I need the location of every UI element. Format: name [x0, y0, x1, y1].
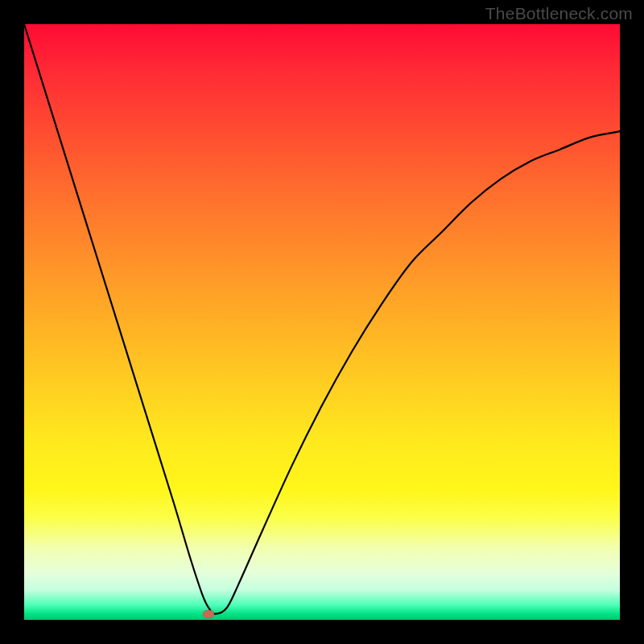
optimal-point-marker	[203, 610, 214, 618]
plot-area	[24, 24, 620, 620]
watermark-text: TheBottleneck.com	[485, 4, 633, 23]
bottleneck-curve	[24, 24, 620, 620]
chart-frame: TheBottleneck.com	[0, 0, 644, 644]
